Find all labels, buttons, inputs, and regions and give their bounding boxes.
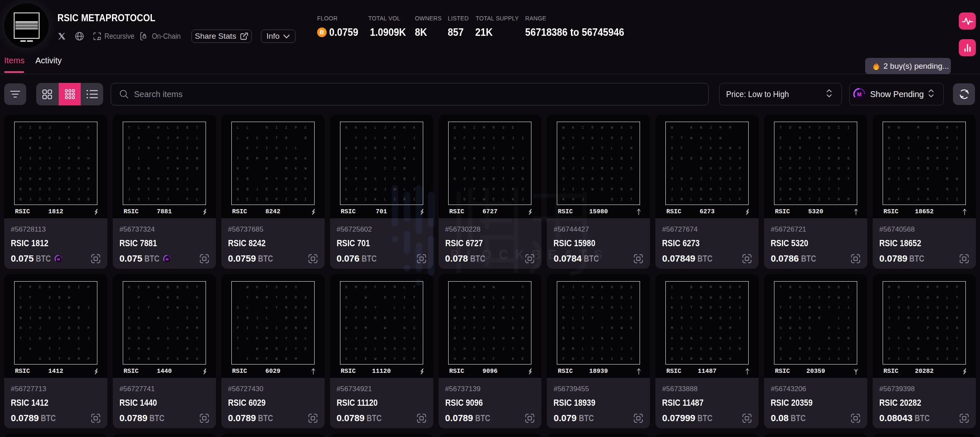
svg-text:M: M bbox=[166, 257, 169, 261]
svg-text:M: M bbox=[857, 92, 861, 97]
svg-text:M: M bbox=[57, 257, 60, 261]
